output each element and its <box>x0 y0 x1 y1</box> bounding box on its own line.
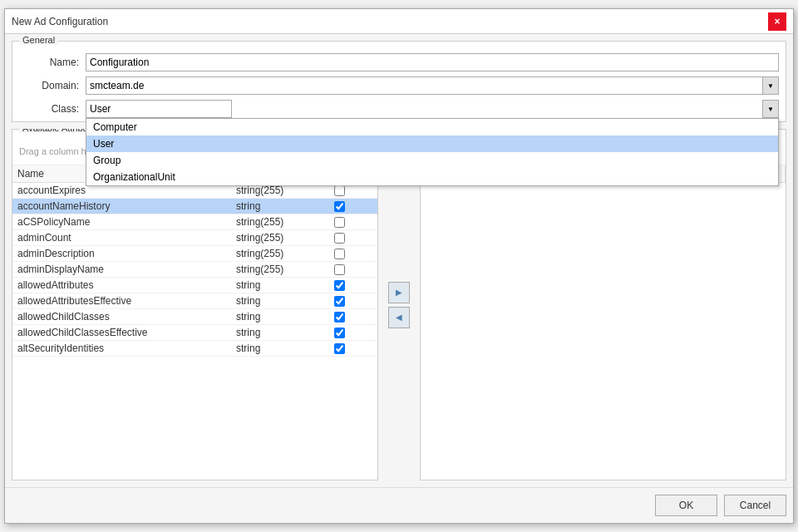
class-option-computer[interactable]: Computer <box>86 119 778 135</box>
isarray-checkbox[interactable] <box>334 343 345 354</box>
row-spacer <box>364 341 377 356</box>
row-type-cell: string(255) <box>231 230 314 245</box>
row-spacer <box>364 214 377 229</box>
row-isarray-cell <box>314 325 364 340</box>
row-spacer <box>364 278 377 293</box>
domain-select-wrapper: smcteam.de ▼ <box>86 76 779 95</box>
add-to-configured-button[interactable]: ▶ <box>388 282 410 303</box>
isarray-checkbox[interactable] <box>334 280 345 291</box>
available-table: Name Type Is Array accountExpiresstring(… <box>12 165 377 480</box>
table-row[interactable]: adminCountstring(255) <box>12 230 377 246</box>
row-name-cell: allowedAttributesEffective <box>12 293 231 308</box>
table-row[interactable]: altSecurityIdentitiesstring <box>12 341 377 357</box>
general-group: General Name: Domain: smcteam.de ▼ Class… <box>12 41 786 122</box>
row-spacer <box>364 325 377 340</box>
dialog-content: General Name: Domain: smcteam.de ▼ Class… <box>5 34 793 487</box>
class-option-group[interactable]: Group <box>86 152 778 169</box>
row-isarray-cell <box>314 293 364 308</box>
row-isarray-cell <box>314 341 364 356</box>
title-bar: New Ad Configuration × <box>5 9 793 34</box>
row-isarray-cell <box>314 214 364 229</box>
row-spacer <box>364 262 377 277</box>
configured-table: Name Type Is Array <box>421 165 786 480</box>
isarray-checkbox[interactable] <box>334 296 345 307</box>
isarray-checkbox[interactable] <box>334 201 345 212</box>
name-label: Name: <box>19 57 86 68</box>
class-select-wrapper: ▼ Computer User Group OrganizationalUnit <box>86 100 779 118</box>
domain-row: Domain: smcteam.de ▼ <box>19 76 779 95</box>
isarray-checkbox[interactable] <box>334 264 345 275</box>
row-spacer <box>364 230 377 245</box>
dialog-footer: OK Cancel <box>5 487 793 523</box>
row-type-cell: string <box>231 293 314 308</box>
class-dropdown-arrow[interactable]: ▼ <box>762 100 779 118</box>
row-name-cell: adminDisplayName <box>12 262 231 277</box>
isarray-checkbox[interactable] <box>334 185 345 196</box>
general-legend: General <box>19 35 58 45</box>
ok-button[interactable]: OK <box>655 495 717 516</box>
row-type-cell: string(255) <box>231 246 314 261</box>
isarray-checkbox[interactable] <box>334 328 345 338</box>
dialog-title: New Ad Configuration <box>12 16 108 27</box>
table-row[interactable]: adminDisplayNamestring(255) <box>12 262 377 278</box>
table-row[interactable]: allowedChildClassesEffectivestring <box>12 325 377 341</box>
isarray-checkbox[interactable] <box>334 233 345 244</box>
row-name-cell: aCSPolicyName <box>12 214 231 229</box>
name-input[interactable] <box>86 53 779 71</box>
dialog-window: New Ad Configuration × General Name: Dom… <box>4 8 794 524</box>
available-table-body: accountExpiresstring(255)accountNameHist… <box>12 183 377 480</box>
row-type-cell: string <box>231 341 314 356</box>
row-name-cell: adminCount <box>12 230 231 245</box>
row-isarray-cell <box>314 262 364 277</box>
isarray-checkbox[interactable] <box>334 249 345 259</box>
row-name-cell: altSecurityIdentities <box>12 341 231 356</box>
row-isarray-cell <box>314 199 364 214</box>
row-name-cell: allowedChildClassesEffective <box>12 325 231 340</box>
table-row[interactable]: aCSPolicyNamestring(255) <box>12 214 377 230</box>
row-name-cell: adminDescription <box>12 246 231 261</box>
configured-table-body <box>421 183 786 480</box>
close-button[interactable]: × <box>768 12 786 31</box>
domain-label: Domain: <box>19 80 86 91</box>
row-spacer <box>364 246 377 261</box>
table-row[interactable]: accountNameHistorystring <box>12 199 377 214</box>
row-name-cell: accountNameHistory <box>12 199 231 214</box>
isarray-checkbox[interactable] <box>334 217 345 228</box>
class-option-user[interactable]: User <box>86 135 778 152</box>
row-name-cell: allowedChildClasses <box>12 309 231 324</box>
row-spacer <box>364 199 377 214</box>
row-isarray-cell <box>314 230 364 245</box>
isarray-checkbox[interactable] <box>334 312 345 323</box>
remove-from-configured-button[interactable]: ◀ <box>388 307 410 328</box>
row-type-cell: string(255) <box>231 262 314 277</box>
row-type-cell: string <box>231 199 314 214</box>
class-option-orgunit[interactable]: OrganizationalUnit <box>86 169 778 185</box>
class-dropdown: Computer User Group OrganizationalUnit <box>86 118 779 186</box>
table-row[interactable]: allowedAttributesEffectivestring <box>12 293 377 309</box>
row-name-cell: allowedAttributes <box>12 278 231 293</box>
domain-select[interactable]: smcteam.de <box>86 76 779 95</box>
class-label: Class: <box>19 103 86 115</box>
row-type-cell: string(255) <box>231 214 314 229</box>
row-isarray-cell <box>314 309 364 324</box>
name-row: Name: <box>19 53 779 71</box>
row-type-cell: string <box>231 278 314 293</box>
row-isarray-cell <box>314 278 364 293</box>
cancel-button[interactable]: Cancel <box>724 495 786 516</box>
row-type-cell: string <box>231 325 314 340</box>
table-row[interactable]: allowedAttributesstring <box>12 278 377 293</box>
class-input[interactable] <box>86 100 232 118</box>
table-row[interactable]: adminDescriptionstring(255) <box>12 246 377 262</box>
row-isarray-cell <box>314 246 364 261</box>
row-spacer <box>364 309 377 324</box>
row-type-cell: string <box>231 309 314 324</box>
class-row: Class: ▼ Computer User Group Organizatio… <box>19 100 779 118</box>
row-spacer <box>364 293 377 308</box>
table-row[interactable]: allowedChildClassesstring <box>12 309 377 325</box>
